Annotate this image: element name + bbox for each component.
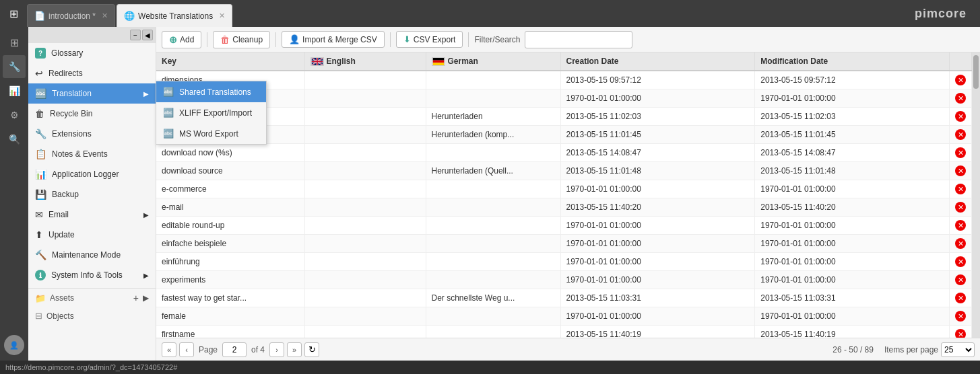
cell-creation-date: 1970-01-01 01:00:00 bbox=[560, 271, 755, 289]
submenu-item-xliff[interactable]: 🔤 XLIFF Export/Import bbox=[156, 102, 266, 123]
delete-row-btn[interactable]: ✕ bbox=[955, 111, 966, 122]
cell-delete[interactable]: ✕ bbox=[950, 162, 972, 180]
sidebar-item-extensions[interactable]: 🔧 Extensions bbox=[28, 124, 156, 144]
csv-export-button[interactable]: ⬇ CSV Export bbox=[396, 31, 463, 48]
items-per-page-select[interactable]: 25 50 100 bbox=[941, 342, 975, 357]
sidebar-item-email[interactable]: ✉ Email ▶ bbox=[28, 204, 156, 225]
table-row: dimensions 2013-05-15 09:57:12 2013-05-1… bbox=[156, 71, 972, 89]
pagination-range: 26 - 50 / 89 bbox=[832, 345, 874, 354]
cell-english bbox=[304, 271, 426, 289]
sidebar-icon-grid[interactable]: ⊞ bbox=[3, 31, 26, 54]
tab-website-translations[interactable]: 🌐 Website Translations ✕ bbox=[117, 4, 232, 27]
cell-delete[interactable]: ✕ bbox=[950, 126, 972, 144]
cell-english bbox=[304, 307, 426, 326]
sidebar-item-recycle-bin[interactable]: 🗑 Recycle Bin bbox=[28, 104, 156, 124]
table-row: experiments 1970-01-01 01:00:00 1970-01-… bbox=[156, 271, 972, 289]
delete-row-btn[interactable]: ✕ bbox=[955, 274, 966, 285]
delete-row-btn[interactable]: ✕ bbox=[955, 184, 966, 194]
app-grid-icon[interactable]: ⊞ bbox=[3, 3, 24, 24]
sidebar-item-redirects[interactable]: ↩ Redirects bbox=[28, 63, 156, 83]
cell-delete[interactable]: ✕ bbox=[950, 89, 972, 108]
submenu-item-msword[interactable]: 🔤 MS Word Export bbox=[156, 123, 266, 144]
cell-english bbox=[304, 108, 426, 126]
objects-section[interactable]: ⊟ Objects bbox=[28, 307, 156, 324]
tab-introduction[interactable]: 📄 introduction * ✕ bbox=[27, 4, 115, 27]
tab-translations-close[interactable]: ✕ bbox=[219, 11, 225, 20]
delete-row-btn[interactable]: ✕ bbox=[955, 129, 966, 140]
sidebar-item-translation[interactable]: 🔤 Translation ▶ bbox=[28, 83, 156, 104]
cell-delete[interactable]: ✕ bbox=[950, 326, 972, 338]
delete-row-btn[interactable]: ✕ bbox=[955, 75, 966, 85]
sidebar-icon-chart[interactable]: 📊 bbox=[3, 79, 26, 102]
assets-expand-icon[interactable]: ▶ bbox=[143, 293, 149, 303]
sidebar-avatar[interactable]: 👤 bbox=[4, 335, 24, 355]
sidebar-item-maintenance-mode[interactable]: 🔨 Maintenance Mode bbox=[28, 245, 156, 265]
page-number-input[interactable] bbox=[222, 342, 247, 357]
cell-modification-date: 1970-01-01 01:00:00 bbox=[755, 307, 950, 326]
delete-row-btn[interactable]: ✕ bbox=[955, 238, 966, 249]
delete-row-btn[interactable]: ✕ bbox=[955, 147, 966, 158]
pagination-refresh-btn[interactable]: ↻ bbox=[304, 342, 319, 357]
sidebar-icon-search[interactable]: 🔍 bbox=[3, 128, 26, 151]
add-button[interactable]: ⊕ Add bbox=[162, 31, 201, 48]
cell-english bbox=[304, 71, 426, 89]
sidebar-item-backup[interactable]: 💾 Backup bbox=[28, 184, 156, 204]
cell-modification-date: 1970-01-01 01:00:00 bbox=[755, 217, 950, 235]
sidebar-item-glossary[interactable]: ? Glossary bbox=[28, 43, 156, 63]
delete-row-btn[interactable]: ✕ bbox=[955, 220, 966, 231]
sidebar-item-system-info-tools[interactable]: ℹ System Info & Tools ▶ bbox=[28, 265, 156, 285]
delete-row-btn[interactable]: ✕ bbox=[955, 93, 966, 104]
sidebar-item-notes-events[interactable]: 📋 Notes & Events bbox=[28, 144, 156, 164]
cell-delete[interactable]: ✕ bbox=[950, 180, 972, 198]
assets-add-icon[interactable]: + bbox=[133, 293, 139, 303]
scrollbar[interactable] bbox=[972, 52, 980, 338]
import-merge-button[interactable]: 👤 Import & Merge CSV bbox=[282, 31, 385, 48]
cell-creation-date: 1970-01-01 01:00:00 bbox=[560, 180, 755, 198]
pagination-last-btn[interactable]: » bbox=[287, 342, 302, 357]
delete-row-btn[interactable]: ✕ bbox=[955, 311, 966, 322]
cell-english bbox=[304, 235, 426, 253]
svg-rect-9 bbox=[432, 58, 444, 61]
cell-key: download source bbox=[156, 162, 304, 180]
table-row: einführung 1970-01-01 01:00:00 1970-01-0… bbox=[156, 253, 972, 271]
cell-delete[interactable]: ✕ bbox=[950, 71, 972, 89]
col-creation-date: Creation Date bbox=[560, 52, 755, 71]
nav-collapse-arrow[interactable]: ◀ bbox=[142, 30, 153, 40]
cell-delete[interactable]: ✕ bbox=[950, 108, 972, 126]
delete-row-btn[interactable]: ✕ bbox=[955, 329, 966, 338]
table-row: download Herunterladen 2013-05-15 11:02:… bbox=[156, 108, 972, 126]
xliff-icon: 🔤 bbox=[163, 108, 174, 118]
tab-introduction-close[interactable]: ✕ bbox=[102, 11, 108, 20]
submenu-xliff-label: XLIFF Export/Import bbox=[179, 108, 252, 118]
cell-delete[interactable]: ✕ bbox=[950, 217, 972, 235]
sidebar-icon-gear[interactable]: ⚙ bbox=[3, 104, 26, 126]
delete-row-btn[interactable]: ✕ bbox=[955, 256, 966, 267]
submenu-item-shared-translations[interactable]: 🔤 Shared Translations bbox=[156, 81, 266, 102]
pagination-next-btn[interactable]: › bbox=[269, 342, 284, 357]
delete-row-btn[interactable]: ✕ bbox=[955, 293, 966, 303]
scrollbar-thumb[interactable] bbox=[973, 55, 979, 89]
cell-delete[interactable]: ✕ bbox=[950, 271, 972, 289]
sidebar-item-application-logger[interactable]: 📊 Application Logger bbox=[28, 164, 156, 184]
cell-delete[interactable]: ✕ bbox=[950, 289, 972, 307]
pagination-prev-btn[interactable]: ‹ bbox=[179, 342, 194, 357]
sidebar-item-extensions-label: Extensions bbox=[52, 129, 92, 139]
cell-german bbox=[426, 217, 560, 235]
cell-delete[interactable]: ✕ bbox=[950, 144, 972, 162]
pagination-first-btn[interactable]: « bbox=[162, 342, 176, 357]
cell-english bbox=[304, 198, 426, 217]
cleanup-button[interactable]: 🗑 Cleanup bbox=[213, 31, 270, 48]
sidebar-icon-wrench[interactable]: 🔧 bbox=[3, 55, 26, 78]
filter-search-input[interactable] bbox=[525, 31, 632, 48]
cell-creation-date: 2013-05-15 11:40:19 bbox=[560, 326, 755, 338]
recycle-bin-icon: 🗑 bbox=[35, 108, 44, 119]
sidebar-item-update[interactable]: ⬆ Update bbox=[28, 225, 156, 245]
nav-minimize-btn[interactable]: − bbox=[130, 30, 141, 40]
cell-delete[interactable]: ✕ bbox=[950, 198, 972, 217]
assets-section[interactable]: 📁 Assets + ▶ bbox=[28, 288, 156, 307]
cell-delete[interactable]: ✕ bbox=[950, 235, 972, 253]
cell-delete[interactable]: ✕ bbox=[950, 253, 972, 271]
delete-row-btn[interactable]: ✕ bbox=[955, 165, 966, 176]
cell-delete[interactable]: ✕ bbox=[950, 307, 972, 326]
delete-row-btn[interactable]: ✕ bbox=[955, 202, 966, 213]
